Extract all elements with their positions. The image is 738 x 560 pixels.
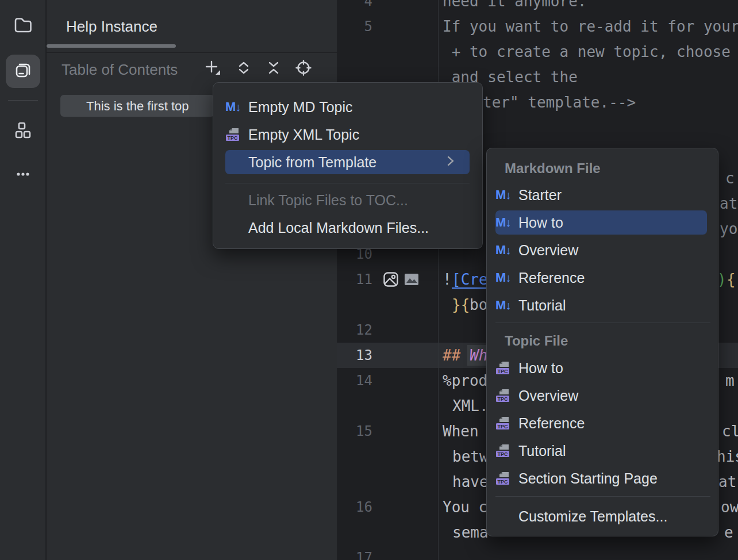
menu-item-label: Starter <box>518 187 562 204</box>
code-segment-code: betw <box>452 444 489 469</box>
activity-button-project-folder[interactable] <box>6 9 40 43</box>
menu-item-label: Reference <box>518 415 585 432</box>
menu-item-label: Overview <box>518 242 578 259</box>
code-segment-comment: + to create a new topic, choose <box>443 39 731 64</box>
menu-separator <box>495 496 710 497</box>
menu-item-section-starting-page[interactable]: TPCSection Starting Page <box>495 466 707 490</box>
menu-item-link-topic-files-to-toc[interactable]: Link Topic Files to TOC... <box>225 188 470 212</box>
menu-item-overview[interactable]: TPCOverview <box>495 383 707 408</box>
code-segment-yellow: }{ <box>452 292 470 317</box>
code-segment-code: have <box>452 469 489 494</box>
code-segment-comment: you <box>720 216 738 241</box>
code-segment-code: bo <box>470 292 487 317</box>
topic-template-submenu: Markdown FileM↓StarterM↓How toM↓Overview… <box>486 148 718 536</box>
menu-item-reference[interactable]: M↓Reference <box>495 266 707 290</box>
menu-item-add-local-markdown-files[interactable]: Add Local Markdown Files... <box>225 216 470 240</box>
locate-button[interactable] <box>293 58 314 80</box>
code-segment-link: [Cre <box>452 267 488 292</box>
menu-item-label: Customize Templates... <box>518 508 667 525</box>
menu-item-overview[interactable]: M↓Overview <box>495 238 707 262</box>
toc-tree-item[interactable]: This is the first top <box>60 95 214 117</box>
svg-text:TPC: TPC <box>498 478 509 484</box>
menu-item-label: Overview <box>518 388 578 404</box>
topic-file-icon: TPC <box>495 416 511 431</box>
menu-item-empty-md-topic[interactable]: M↓Empty MD Topic <box>225 95 470 119</box>
activity-button-structure[interactable] <box>6 116 40 149</box>
activity-button-more[interactable] <box>6 159 40 192</box>
expand-all-button[interactable] <box>233 58 255 80</box>
image-outline-icon[interactable] <box>383 271 399 287</box>
code-segment-comment: at <box>720 191 737 216</box>
code-segment-code: at <box>718 469 736 494</box>
menu-item-customize-templates[interactable]: Customize Templates... <box>495 504 707 528</box>
folder-icon <box>11 13 34 39</box>
image-filled-icon[interactable] <box>403 271 420 287</box>
tpc-icon: TPC <box>495 360 518 376</box>
tool-window-title[interactable]: Help Instance <box>66 18 157 36</box>
tab-indicator <box>47 44 176 48</box>
menu-item-label: Empty XML Topic <box>248 126 359 143</box>
code-segment-pink: Wh <box>470 343 487 368</box>
add-button[interactable] <box>202 58 224 80</box>
menu-separator <box>225 183 470 183</box>
structure-icon <box>11 120 34 145</box>
menu-separator <box>495 323 710 323</box>
menu-item-how-to[interactable]: TPCHow to <box>495 356 707 380</box>
toc-toolbar: Table of Contents <box>47 53 337 85</box>
code-segment-code: %prod <box>443 368 487 393</box>
code-segment-code: ! <box>443 267 452 292</box>
expand-icon <box>236 60 251 78</box>
markdown-file-icon: M↓ <box>495 187 510 202</box>
code-line: need it anymore. <box>337 0 738 14</box>
md-icon: M↓ <box>495 270 518 285</box>
md-icon: M↓ <box>225 99 248 114</box>
plus-dropdown-icon <box>204 59 221 79</box>
chevron-right-icon <box>445 154 456 171</box>
code-segment-code: his <box>717 444 738 469</box>
menu-item-starter[interactable]: M↓Starter <box>495 183 707 207</box>
menu-section-header: Markdown File <box>505 160 601 177</box>
collapse-icon <box>266 60 281 78</box>
code-segment-code: sema <box>452 520 489 545</box>
menu-item-label: How to <box>518 360 563 377</box>
activity-bar <box>0 0 46 560</box>
menu-item-tutorial[interactable]: M↓Tutorial <box>495 293 707 317</box>
topic-file-icon: TPC <box>225 127 241 143</box>
md-icon: M↓ <box>495 243 518 258</box>
md-icon: M↓ <box>495 298 518 313</box>
markdown-file-icon: M↓ <box>225 99 240 114</box>
code-segment-yellow: { <box>727 267 736 292</box>
code-segment-green: ) <box>717 267 727 292</box>
code-segment-code: e <box>724 520 733 545</box>
code-segment-code: XML. <box>452 393 489 419</box>
markdown-file-icon: M↓ <box>495 270 510 285</box>
menu-item-reference[interactable]: TPCReference <box>495 411 707 435</box>
menu-item-label: Reference <box>518 270 585 286</box>
md-icon: M↓ <box>495 187 518 202</box>
code-segment-comment: ter" template.--> <box>483 90 636 115</box>
menu-item-label: How to <box>518 214 563 231</box>
target-icon <box>295 60 312 78</box>
tool-window-header: Help Instance <box>47 0 337 53</box>
markdown-file-icon: M↓ <box>495 298 510 313</box>
menu-item-tutorial[interactable]: TPCTutorial <box>495 439 707 463</box>
tpc-icon: TPC <box>495 388 518 404</box>
menu-item-empty-xml-topic[interactable]: TPCEmpty XML Topic <box>225 122 470 147</box>
svg-text:TPC: TPC <box>498 396 509 401</box>
menu-item-topic-from-template[interactable]: Topic from Template <box>225 150 470 174</box>
toc-header-label: Table of Contents <box>62 61 178 79</box>
code-segment-comment: c <box>725 166 735 191</box>
code-segment-code: When <box>443 419 479 444</box>
menu-item-label: Section Starting Page <box>518 470 658 487</box>
more-icon <box>11 163 34 188</box>
collapse-all-button[interactable] <box>263 58 285 80</box>
activity-button-instances[interactable] <box>6 55 40 88</box>
tpc-icon: TPC <box>495 471 518 486</box>
line-number: 17 <box>337 545 372 560</box>
menu-item-label: Tutorial <box>518 443 566 459</box>
instances-icon <box>11 59 34 84</box>
topic-file-icon: TPC <box>495 360 511 376</box>
code-segment-comment: need it anymore. <box>443 0 586 14</box>
add-topic-context-menu: M↓Empty MD TopicTPCEmpty XML TopicTopic … <box>213 82 483 249</box>
menu-item-how-to[interactable]: M↓How to <box>495 210 707 235</box>
